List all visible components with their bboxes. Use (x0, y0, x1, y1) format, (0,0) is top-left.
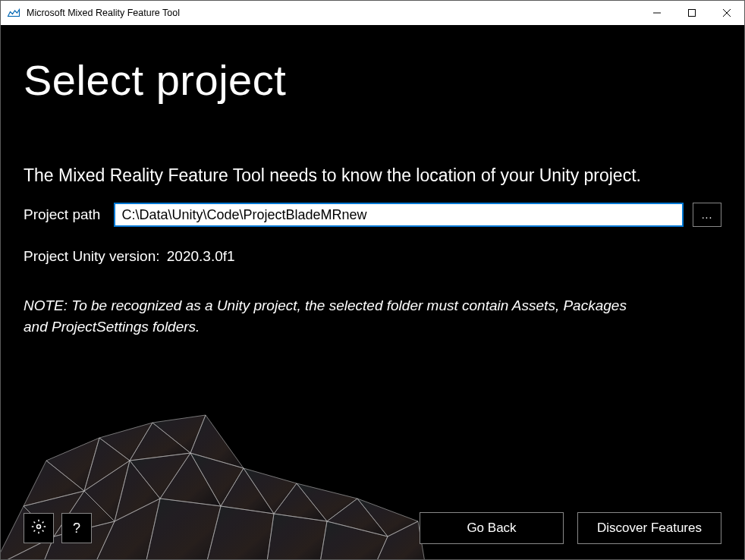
project-version-label: Project Unity version: (24, 248, 160, 264)
maximize-button[interactable] (674, 1, 709, 25)
close-button[interactable] (709, 1, 744, 25)
go-back-button[interactable]: Go Back (420, 512, 564, 544)
help-icon: ? (73, 521, 80, 536)
svg-marker-32 (190, 415, 244, 468)
page-title: Select project (1, 25, 744, 105)
svg-marker-9 (130, 453, 190, 499)
svg-marker-11 (190, 453, 244, 506)
browse-button[interactable]: ... (693, 203, 721, 227)
window-controls (640, 1, 744, 25)
svg-marker-27 (46, 438, 99, 491)
action-buttons: Go Back Discover Features (420, 512, 721, 544)
svg-marker-26 (24, 461, 84, 506)
project-note: NOTE: To be recognized as a Unity projec… (1, 265, 684, 337)
project-path-row: Project path ... (1, 186, 744, 227)
titlebar: Microsoft Mixed Reality Feature Tool (1, 1, 744, 25)
gear-icon (31, 519, 46, 538)
svg-rect-1 (689, 10, 696, 17)
bottom-bar: ? Go Back Discover Features (24, 512, 721, 544)
project-version-value: 2020.3.0f1 (167, 248, 235, 264)
svg-marker-30 (130, 423, 190, 461)
discover-features-button[interactable]: Discover Features (577, 512, 721, 544)
content-area: Select project The Mixed Reality Feature… (1, 25, 744, 559)
project-path-label: Project path (24, 206, 100, 223)
instruction-text: The Mixed Reality Feature Tool needs to … (1, 105, 744, 186)
svg-marker-31 (152, 415, 206, 453)
svg-marker-10 (160, 453, 221, 506)
svg-marker-28 (84, 438, 130, 491)
settings-button[interactable] (24, 513, 54, 543)
svg-marker-12 (221, 468, 274, 514)
app-window: Microsoft Mixed Reality Feature Tool Sel… (0, 0, 745, 560)
help-button[interactable]: ? (61, 513, 92, 543)
minimize-button[interactable] (640, 1, 674, 25)
project-path-input[interactable] (114, 203, 684, 227)
window-title: Microsoft Mixed Reality Feature Tool (27, 8, 640, 18)
app-icon (7, 8, 20, 18)
svg-marker-29 (99, 423, 152, 461)
svg-marker-13 (244, 468, 297, 514)
project-version-row: Project Unity version: 2020.3.0f1 (1, 227, 744, 265)
svg-point-33 (37, 524, 41, 528)
utility-buttons: ? (24, 513, 92, 543)
